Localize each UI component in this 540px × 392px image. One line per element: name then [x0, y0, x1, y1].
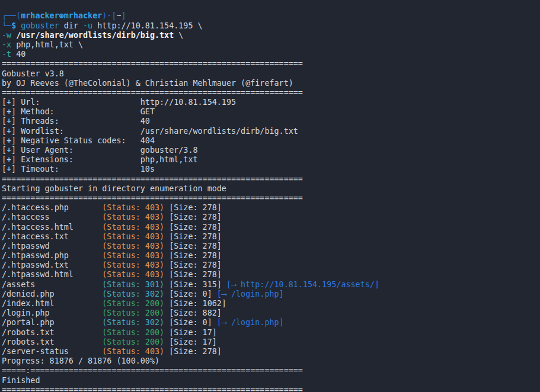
- result-size: [Size: 278]: [164, 261, 222, 269]
- result-path: /.htpasswd.txt: [2, 261, 102, 269]
- finished-text: Finished: [2, 376, 40, 385]
- result-row: /robots.txt (Status: 200) [Size: 17]: [2, 338, 540, 347]
- progress-line: Progress: 81876 / 81876 (100.00%): [2, 356, 540, 366]
- prompt-username: mrhacker: [21, 11, 59, 20]
- prompt-frame-close: ]: [122, 11, 126, 20]
- result-status: (Status: 403): [102, 223, 164, 232]
- result-redirect: [⟶ /login.php]: [212, 290, 284, 298]
- result-path: /robots.txt: [2, 338, 102, 346]
- result-size: [Size: 278]: [164, 223, 222, 232]
- command-arg-threads: 40: [11, 50, 25, 59]
- result-size: [Size: 0]: [164, 290, 212, 298]
- config-line: [+] Extensions: php,html,txt: [2, 155, 540, 165]
- result-redirect: [⟶ /login.php]: [212, 318, 284, 327]
- result-size: [Size: 278]: [164, 242, 222, 250]
- separator: ========================================…: [2, 59, 303, 68]
- separator: ========================================…: [2, 194, 303, 203]
- result-path: /.htpasswd: [2, 242, 102, 250]
- banner-authors: by OJ Reeves (@TheColonial) & Christian …: [2, 79, 293, 88]
- command-line-2: -w /usr/share/wordlists/dirb/big.txt \: [2, 31, 540, 40]
- banner-authors-line: by OJ Reeves (@TheColonial) & Christian …: [2, 79, 540, 88]
- command-name: gobuster: [21, 21, 59, 30]
- prompt-frame-mid: )-[: [102, 11, 116, 20]
- result-size: [Size: 278]: [164, 232, 222, 241]
- text-segment: [11, 31, 16, 40]
- result-status: (Status: 302): [102, 318, 164, 327]
- config-entry: [+] Wordlist: /usr/share/wordlists/dirb/…: [2, 127, 298, 136]
- result-size: [Size: 278]: [164, 251, 222, 260]
- config-entry: [+] Timeout: 10s: [2, 165, 155, 173]
- result-status: (Status: 403): [102, 242, 164, 250]
- result-row: /index.html (Status: 200) [Size: 1062]: [2, 299, 540, 309]
- result-status: (Status: 403): [102, 270, 164, 279]
- result-size: [Size: 278]: [164, 270, 222, 279]
- result-row: /.htaccess.html (Status: 403) [Size: 278…: [2, 223, 540, 232]
- config-entry: [+] Negative Status codes: 404: [2, 136, 155, 145]
- result-path: /.htaccess.html: [2, 223, 102, 232]
- result-status: (Status: 403): [102, 251, 164, 260]
- separator-line: ========================================…: [2, 88, 540, 98]
- banner-title: Gobuster v3.8: [2, 69, 64, 78]
- finished-line: Finished: [2, 376, 540, 385]
- result-status: (Status: 403): [102, 232, 164, 241]
- result-status: (Status: 200): [102, 309, 164, 317]
- result-row: /portal.php (Status: 302) [Size: 0] [⟶ /…: [2, 318, 540, 327]
- command-line-1: └─$ gobuster dir -u http://10.81.154.195…: [2, 21, 540, 31]
- result-size: [Size: 315]: [164, 280, 222, 289]
- banner-title-line: Gobuster v3.8: [2, 69, 540, 79]
- result-path: /login.php: [2, 309, 102, 317]
- result-path: /robots.txt: [2, 328, 102, 337]
- result-row: /denied.php (Status: 302) [Size: 0] [⟶ /…: [2, 290, 540, 299]
- result-path: /server-status: [2, 347, 102, 356]
- separator-line: ========================================…: [2, 194, 540, 203]
- separator: ========================================…: [2, 88, 303, 97]
- prompt-line: ┌──(mrhacker⊛mrhacker)-[~]: [2, 11, 540, 21]
- prompt-cwd: ~: [117, 11, 122, 20]
- config-line: [+] Url: http://10.81.154.195: [2, 98, 540, 107]
- result-size: [Size: 278]: [164, 347, 222, 356]
- config-entry: [+] Threads: 40: [2, 117, 150, 126]
- command-arg-url: http://10.81.154.195 \: [92, 21, 202, 30]
- command-option-wordlist: -w: [2, 31, 11, 40]
- result-size: [Size: 882]: [164, 309, 222, 317]
- result-status: (Status: 200): [102, 299, 164, 308]
- command-subcommand: dir: [59, 21, 83, 30]
- prompt-dollar: $: [11, 21, 16, 30]
- result-status: (Status: 403): [102, 203, 164, 212]
- separator: =====:==================================…: [2, 366, 303, 375]
- config-entry: [+] Extensions: php,html,txt: [2, 155, 198, 164]
- result-row: /.htaccess (Status: 403) [Size: 278]: [2, 213, 540, 222]
- result-size: [Size: 0]: [164, 318, 212, 327]
- result-redirect: [⟶ http://10.81.154.195/assets/]: [222, 280, 379, 289]
- result-row: /robots.txt (Status: 200) [Size: 17]: [2, 328, 540, 338]
- result-path: /.htaccess.txt: [2, 232, 102, 241]
- config-line: [+] User Agent: gobuster/3.8: [2, 146, 540, 155]
- separator: ========================================…: [2, 175, 303, 184]
- prompt-at-icon: ⊛: [59, 11, 64, 20]
- separator-line: ========================================…: [2, 59, 540, 69]
- config-entry: [+] Method: GET: [2, 107, 155, 116]
- result-path: /.htaccess.php: [2, 203, 102, 212]
- result-status: (Status: 301): [102, 280, 164, 289]
- result-path: /denied.php: [2, 290, 102, 298]
- result-path: /.htpasswd.html: [2, 270, 102, 279]
- result-path: /index.html: [2, 299, 102, 308]
- result-path: /.htaccess: [2, 213, 102, 221]
- mode-line: Starting gobuster in directory enumerati…: [2, 184, 540, 194]
- result-row: /.htpasswd.txt (Status: 403) [Size: 278]: [2, 261, 540, 270]
- result-row: /assets (Status: 301) [Size: 315] [⟶ htt…: [2, 280, 540, 290]
- config-line: [+] Timeout: 10s: [2, 165, 540, 174]
- command-arg-wordlist: /usr/share/wordlists/dirb/big.txt: [16, 31, 174, 40]
- separator-artifact-line: =====:==================================…: [2, 366, 540, 375]
- terminal[interactable]: ┌──(mrhacker⊛mrhacker)-[~]└─$ gobuster d…: [0, 8, 540, 392]
- result-path: /portal.php: [2, 318, 102, 327]
- progress-text: Progress: 81876 / 81876 (100.00%): [2, 356, 159, 365]
- result-path: /assets: [2, 280, 102, 289]
- separator-line: ========================================…: [2, 175, 540, 184]
- result-row: /.htaccess.txt (Status: 403) [Size: 278]: [2, 232, 540, 242]
- command-line-4: -t 40: [2, 50, 540, 59]
- command-arg-extensions: php,html,txt \: [11, 40, 83, 49]
- result-size: [Size: 278]: [164, 203, 222, 212]
- prompt-frame-open: ┌──(: [2, 11, 21, 20]
- result-row: /.htaccess.php (Status: 403) [Size: 278]: [2, 203, 540, 213]
